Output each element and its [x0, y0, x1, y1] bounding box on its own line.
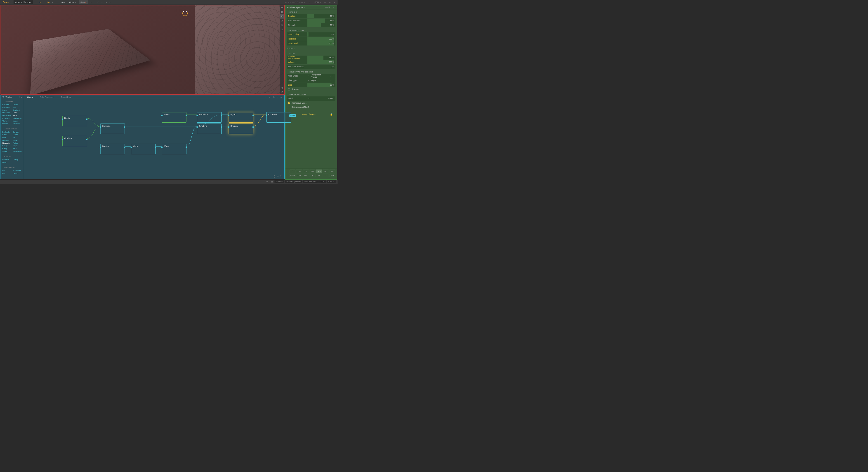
toolbox-item-abs[interactable]: Abs: [2, 169, 12, 172]
node-port-out[interactable]: [86, 119, 88, 120]
add-icon[interactable]: +: [264, 96, 268, 99]
quick-op-eq[interactable]: Eq: [303, 169, 309, 173]
chevron-down-icon[interactable]: ⌄: [100, 0, 104, 4]
toolbox-item-voronoi[interactable]: Voronoi: [2, 123, 12, 125]
toolbox-item-multifractal[interactable]: MultiFractal: [2, 114, 12, 117]
chevron-right-icon[interactable]: ›: [287, 169, 289, 178]
toolbox-item-dwarp[interactable]: DWarp: [12, 158, 23, 161]
node-port-in[interactable]: [62, 119, 63, 120]
prop-inhibition[interactable]: Inhibition500%: [287, 37, 336, 41]
graph-tab-graph[interactable]: Graph: [24, 95, 36, 99]
toolbox-item-plates[interactable]: Plates: [12, 142, 23, 144]
toolbox-section-primitives[interactable]: Primitives: [1, 100, 24, 103]
target-icon[interactable]: ◎: [272, 96, 276, 99]
new-button[interactable]: New: [59, 0, 67, 4]
node-warp2[interactable]: Warp: [162, 144, 186, 154]
prop-base-level[interactable]: Base Level500%: [287, 41, 336, 46]
prop-reverse[interactable]: Reverse: [287, 88, 336, 92]
cloud-icon[interactable]: ☁: [280, 27, 284, 32]
menu-icon[interactable]: ≡: [279, 96, 283, 99]
section-selective[interactable]: SELECTIVE PROCESSING: [287, 70, 336, 74]
node-port-out[interactable]: [124, 146, 125, 148]
node-port-out[interactable]: [186, 115, 187, 116]
node-port-in[interactable]: [196, 115, 197, 116]
node-port-in[interactable]: [131, 146, 132, 148]
target-icon[interactable]: ◎: [280, 86, 284, 90]
quick-op-clip[interactable]: Clip: [296, 174, 302, 177]
prop-volume[interactable]: Volume500%: [287, 60, 336, 64]
toolbox-item-worselands[interactable]: Worselands: [12, 150, 23, 153]
toolbox-item-fault[interactable]: Fault: [2, 136, 12, 139]
console-button[interactable]: Console: [275, 180, 284, 183]
node-port-in[interactable]: [161, 146, 162, 148]
home-icon[interactable]: ⌂: [276, 96, 279, 99]
section-scale[interactable]: SCALE: [287, 47, 336, 50]
quick-op-msk[interactable]: Msk: [329, 174, 336, 177]
chevron-down-icon[interactable]: ⌄: [268, 96, 272, 99]
quick-op-⊕[interactable]: ⊕: [316, 174, 322, 177]
node-rocky[interactable]: Rocky: [62, 115, 87, 126]
toolbox-item-linenoise[interactable]: LineNoise: [2, 111, 12, 114]
menu-icon[interactable]: ≡: [332, 6, 335, 9]
node-port-out[interactable]: [124, 127, 125, 128]
node-erosion[interactable]: Erosion: [228, 124, 253, 134]
toolbox-item-resource[interactable]: Resource: [2, 117, 12, 120]
node-port-out[interactable]: [221, 115, 222, 116]
optimizer-button[interactable]: Passive Optimizer: [285, 180, 302, 183]
chevron-right-icon[interactable]: ›: [332, 75, 334, 77]
resolution-dropdown[interactable]: 1k⌄: [37, 0, 44, 4]
checkbox-icon[interactable]: ✓: [288, 102, 290, 104]
toolbox-section-warps[interactable]: Warps: [1, 155, 24, 158]
chevron-left-icon[interactable]: ‹: [307, 79, 310, 81]
node-hydro[interactable]: Hydro: [228, 112, 253, 123]
prop-bias-type[interactable]: Bias Type‹Slope⌄›: [287, 78, 336, 83]
quick-op-blur[interactable]: Blur: [303, 174, 309, 177]
prop-sediment-removal[interactable]: Sediment Removal0%: [287, 65, 336, 69]
redo-icon[interactable]: ↷: [104, 0, 108, 4]
toolbox-item-igneous[interactable]: Igneous: [2, 139, 12, 142]
toolbox-item-constant[interactable]: Constant: [2, 103, 12, 106]
layers-icon[interactable]: ▤: [270, 180, 274, 183]
toolbox-item-file[interactable]: File: [12, 106, 23, 109]
toolbox-item-blur[interactable]: Blur: [2, 172, 12, 175]
toolbox-item-dunes[interactable]: Dunes: [12, 133, 23, 136]
menu-icon[interactable]: ≡: [303, 6, 306, 9]
view-2d-button[interactable]: 2D: [280, 14, 284, 19]
light-icon[interactable]: ☀: [280, 23, 284, 27]
section-erosion[interactable]: EROSION: [287, 10, 336, 14]
refresh-icon[interactable]: ↻: [277, 175, 279, 178]
node-port-in[interactable]: [228, 127, 229, 128]
menu-icon[interactable]: ≡: [21, 96, 22, 98]
node-port-out[interactable]: [221, 127, 222, 128]
viewport-3d[interactable]: [1, 5, 195, 94]
app-logo[interactable]: Gaea⌄: [1, 1, 13, 4]
toolbox-item-clamp[interactable]: Clamp: [12, 172, 23, 175]
toolbox-item-mountain[interactable]: Mountain: [2, 142, 12, 144]
toolbox-item-mask[interactable]: Mask: [12, 111, 23, 114]
node-port-in[interactable]: [100, 146, 101, 148]
checkbox-icon[interactable]: [288, 106, 290, 108]
node-port-in[interactable]: [266, 115, 267, 116]
lock-icon[interactable]: 🔒: [329, 112, 333, 116]
close-icon[interactable]: ✕: [332, 0, 337, 4]
help-icon[interactable]: ?: [308, 1, 311, 4]
section-flow[interactable]: FLOW: [287, 52, 336, 56]
quick-op-max[interactable]: Max: [322, 169, 329, 173]
node-port-out[interactable]: [155, 146, 156, 148]
toolbox-item-displace[interactable]: Displace: [2, 158, 12, 161]
quick-op-inv[interactable]: Inv: [329, 169, 336, 173]
toolbox-item-slopenoise[interactable]: SlopeNoise: [12, 117, 23, 120]
toggle-icon[interactable]: ⬀: [19, 96, 20, 98]
node-combine3[interactable]: CombineOutput: [267, 112, 291, 123]
prop-aggressive[interactable]: ✓Aggressive Mode: [287, 101, 336, 105]
toolbox-item-ridge[interactable]: Ridge: [12, 144, 23, 147]
toolbox-item-cracks[interactable]: Cracks: [12, 103, 23, 106]
node-port-out[interactable]: [186, 146, 187, 148]
node-port-in[interactable]: [196, 127, 197, 128]
person-icon[interactable]: ⛷: [280, 175, 283, 178]
prop-random-sedimentation[interactable]: Random Sedimentation250%: [287, 56, 336, 60]
node-warp1[interactable]: Warp: [131, 144, 156, 154]
toolbox-item-perlin[interactable]: Perlin: [12, 114, 23, 117]
toolbox-item-canyon[interactable]: Canyon: [12, 131, 23, 133]
node-port-out[interactable]: [86, 139, 88, 140]
